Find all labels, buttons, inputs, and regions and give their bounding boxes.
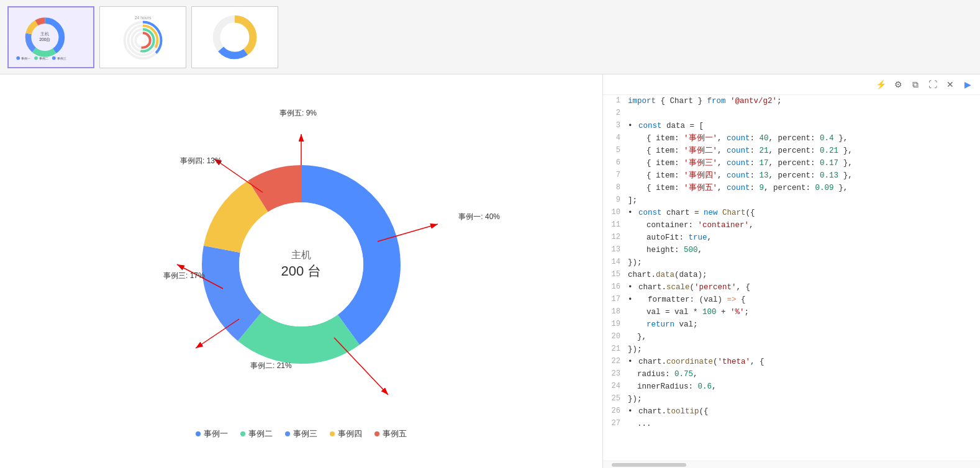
legend-label-2: 事例二 xyxy=(248,428,273,439)
thumbnail-3[interactable] xyxy=(191,6,278,68)
code-line-24: 24 innerRadius: 0.6, xyxy=(603,380,980,393)
code-hscroll[interactable] xyxy=(603,461,980,468)
svg-point-10 xyxy=(34,56,38,60)
code-line-25: 25 }); xyxy=(603,393,980,405)
lightning-icon[interactable]: ⚡ xyxy=(874,78,887,91)
line-num-1: 1 xyxy=(603,95,625,107)
label-item2: 事例二: 21% xyxy=(250,361,292,371)
line-text-15: chart.data(data); xyxy=(625,269,980,281)
code-content[interactable]: 1 import { Chart } from '@antv/g2'; 2 3 … xyxy=(603,95,980,461)
line-text-6: { item: '事例三', count: 17, percent: 0.17 … xyxy=(625,157,980,169)
settings-icon[interactable]: ⚙ xyxy=(892,78,904,91)
code-line-27: 27 ... xyxy=(603,418,980,430)
label-item4: 事例四: 13% xyxy=(180,156,222,166)
line-text-21: }); xyxy=(625,343,980,356)
code-line-14: 14 }); xyxy=(603,256,980,269)
legend-label-4: 事例四 xyxy=(338,428,362,439)
legend-item-2: 事例二 xyxy=(240,428,273,439)
svg-text:24 hours: 24 hours xyxy=(135,15,152,19)
line-text-7: { item: '事例四', count: 13, percent: 0.13 … xyxy=(625,169,980,182)
code-line-15: 15 chart.data(data); xyxy=(603,269,980,281)
line-num-23: 23 xyxy=(603,368,625,380)
hscroll-thumb[interactable] xyxy=(612,463,686,467)
donut-chart xyxy=(165,128,438,401)
line-num-19: 19 xyxy=(603,318,625,331)
svg-point-26 xyxy=(222,25,247,49)
label-item3: 事例三: 17% xyxy=(163,271,205,281)
code-line-9: 9 ]; xyxy=(603,194,980,207)
svg-text:主机: 主机 xyxy=(40,32,49,36)
line-text-10: • const chart = new Chart({ xyxy=(625,207,980,219)
code-line-26: 26 • chart.tooltip({ xyxy=(603,405,980,418)
legend-dot-2 xyxy=(240,431,245,436)
line-text-8: { item: '事例五', count: 9, percent: 0.09 }… xyxy=(625,182,980,194)
code-line-20: 20 }, xyxy=(603,331,980,343)
line-num-17: 17 xyxy=(603,294,625,306)
line-text-26: • chart.tooltip({ xyxy=(625,405,980,418)
line-text-27: ... xyxy=(625,418,980,430)
legend-dot-3 xyxy=(285,431,290,436)
svg-text:200台: 200台 xyxy=(39,37,50,41)
line-text-24: innerRadius: 0.6, xyxy=(625,380,980,393)
line-text-20: }, xyxy=(625,331,980,343)
code-line-18: 18 val = val * 100 + '%'; xyxy=(603,306,980,318)
svg-point-12 xyxy=(52,56,56,60)
line-text-3: • const data = [ xyxy=(625,120,980,132)
close-icon[interactable]: ✕ xyxy=(944,78,956,91)
legend-label-5: 事例五 xyxy=(383,428,407,439)
line-num-21: 21 xyxy=(603,343,625,356)
line-num-27: 27 xyxy=(603,418,625,430)
code-line-23: 23 radius: 0.75, xyxy=(603,368,980,380)
code-line-19: 19 return val; xyxy=(603,318,980,331)
label-item1: 事例一: 40% xyxy=(458,212,500,222)
label-item5: 事例五: 9% xyxy=(279,108,317,119)
thumbnail-1[interactable]: 主机 200台 事例一 事例二 事例三 xyxy=(7,6,94,68)
thumbnail-2[interactable]: 24 hours xyxy=(99,6,186,68)
copy-icon[interactable]: ⧉ xyxy=(909,78,922,91)
code-line-7: 7 { item: '事例四', count: 13, percent: 0.1… xyxy=(603,169,980,182)
line-num-6: 6 xyxy=(603,157,625,169)
legend-dot-4 xyxy=(330,431,335,436)
line-num-20: 20 xyxy=(603,331,625,343)
line-text-11: container: 'container', xyxy=(625,219,980,232)
line-num-26: 26 xyxy=(603,405,625,418)
line-text-4: { item: '事例一', count: 40, percent: 0.4 }… xyxy=(625,132,980,145)
code-line-1: 1 import { Chart } from '@antv/g2'; xyxy=(603,95,980,107)
code-line-11: 11 container: 'container', xyxy=(603,219,980,232)
line-num-13: 13 xyxy=(603,244,625,256)
chart-wrapper: 事例五: 9% 事例四: 13% 事例三: 17% 事例二: 21% 事例一: … xyxy=(90,103,512,426)
code-toolbar: ⚡ ⚙ ⧉ ⛶ ✕ ▶ xyxy=(603,74,980,95)
code-line-8: 8 { item: '事例五', count: 9, percent: 0.09… xyxy=(603,182,980,194)
main-container: 主机 200台 事例一 事例二 事例三 24 hours xyxy=(0,0,980,468)
play-icon[interactable]: ▶ xyxy=(961,78,974,91)
line-num-3: 3 xyxy=(603,120,625,132)
svg-point-8 xyxy=(16,56,20,60)
code-line-3: 3 • const data = [ xyxy=(603,120,980,132)
line-text-25: }); xyxy=(625,393,980,405)
expand-icon[interactable]: ⛶ xyxy=(927,78,939,91)
code-line-4: 4 { item: '事例一', count: 40, percent: 0.4… xyxy=(603,132,980,145)
code-line-21: 21 }); xyxy=(603,343,980,356)
legend-label-1: 事例一 xyxy=(204,428,228,439)
svg-point-33 xyxy=(239,202,363,326)
line-text-12: autoFit: true, xyxy=(625,232,980,244)
code-line-22: 22 • chart.coordinate('theta', { xyxy=(603,356,980,368)
line-text-5: { item: '事例二', count: 21, percent: 0.21 … xyxy=(625,145,980,157)
line-num-18: 18 xyxy=(603,306,625,318)
line-text-1: import { Chart } from '@antv/g2'; xyxy=(625,95,980,107)
line-text-13: height: 500, xyxy=(625,244,980,256)
svg-text:事例三: 事例三 xyxy=(57,56,66,60)
line-num-10: 10 xyxy=(603,207,625,219)
svg-text:事例一: 事例一 xyxy=(21,56,30,60)
legend-dot-1 xyxy=(196,431,201,436)
code-line-5: 5 { item: '事例二', count: 21, percent: 0.2… xyxy=(603,145,980,157)
code-line-6: 6 { item: '事例三', count: 17, percent: 0.1… xyxy=(603,157,980,169)
line-num-2: 2 xyxy=(603,107,625,120)
legend-item-1: 事例一 xyxy=(196,428,228,439)
line-text-14: }); xyxy=(625,256,980,269)
line-num-15: 15 xyxy=(603,269,625,281)
line-num-7: 7 xyxy=(603,169,625,182)
line-text-23: radius: 0.75, xyxy=(625,368,980,380)
code-area: ⚡ ⚙ ⧉ ⛶ ✕ ▶ 1 import { Chart } from '@an… xyxy=(602,74,980,468)
legend-item-4: 事例四 xyxy=(330,428,362,439)
